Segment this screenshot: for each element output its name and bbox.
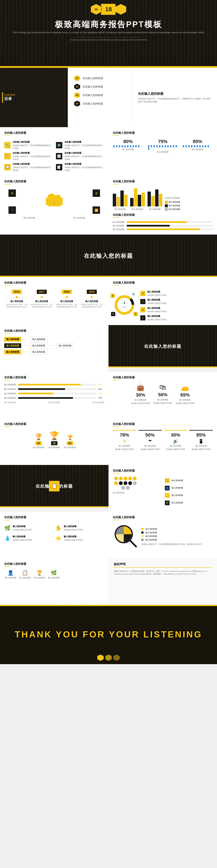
legend-row-1: 输入您的标题 — [165, 201, 213, 204]
photo-banner-1: 在此输入您的标题 — [0, 235, 217, 277]
s3l-row4: ⚙️ 在此输入您的标题 在此输入您的文字，可以直接复制粘贴您的文字内容 — [56, 141, 104, 150]
timeline-2019-content: 输入您的标题 在此输入您的文字内容，可以直接复制粘贴您的文字内容 — [79, 298, 104, 308]
org-tree: 🔧 输入您的标题 👥 输入您的标题 ⭐ 输入您的标题 🌿 输入您的标题 — [165, 476, 213, 505]
row-6: 在此输入您的标题 输入您的标题 输入您的标题 输入您的标题 输入您的标题 输入您… — [0, 325, 217, 372]
s10r-item4: 输入您的标题 — [141, 538, 213, 541]
s3r-title: 在此输入您的标题 — [113, 131, 213, 137]
s4l-labels: 输入您的标题 输入您的标题 — [4, 216, 104, 220]
step-box-2: 输入您的标题 — [4, 343, 21, 348]
bar-3b — [151, 196, 155, 207]
content-bracket — [2, 92, 3, 103]
svg-line-5 — [130, 540, 136, 547]
year-hex-right — [116, 4, 126, 14]
step-2: 2 — [111, 294, 115, 298]
row-3: 在此输入您的标题 🔧 在此输入您的标题 在此输入您的文字，可以直接复制粘贴您的文… — [0, 127, 217, 176]
s11l-icons: 👤 输入您的标题 📋 输入您的标题 🏆 输入您的标题 🌿 输入您的标题 — [4, 570, 104, 579]
bottom-accent-bar — [0, 66, 217, 68]
svg-text:1: 1 — [124, 301, 125, 305]
drop-7 — [119, 481, 123, 485]
s5r-title: 在此输入您的标题 — [113, 281, 213, 286]
slide-main-title: 极致高端商务报告PPT模板 — [0, 19, 217, 30]
contents-right-panel: 在此输入您的标题 在此处输入您的文字，可以直接复制粘贴您的文字，并调整字体大小与… — [132, 68, 217, 127]
droplet-grid — [113, 476, 138, 490]
slide-6-left: 在此输入您的标题 输入您的标题 输入您的标题 输入您的标题 输入您的标题 输入您… — [0, 325, 108, 372]
timeline-2019: 2019 输入您的标题 在此输入您的文字内容，可以直接复制粘贴您的文字内容 — [79, 290, 104, 308]
bar-1a — [113, 194, 116, 207]
icon-gear-box: ⚙️ — [56, 142, 62, 148]
pct-icon-30: 🔊 — [165, 439, 186, 444]
trophy-2: 🏆 02 输入您的标题 — [49, 431, 60, 449]
menu-item-2: 02 在此输入您的标题 — [74, 84, 126, 90]
icon-hand-1: ✋ — [55, 525, 62, 531]
satellite-gear: ⚙ — [8, 189, 16, 197]
s11l-title: 在此输入您的标题 — [4, 562, 104, 568]
photo-half-icon-2: 📋 — [49, 481, 60, 491]
trophy-num-3: 03 — [67, 441, 73, 445]
s10l-g3: 💧 输入您的标题 在此输入您的文字内容 — [4, 535, 53, 541]
menu-item-4: 04 在此输入您的标题 — [74, 101, 126, 106]
s8r-icon-pcts: 78% ⚙ 输入您的标题 在此输入您的文字内容 50% ☂ 输入您的标题 在此输… — [113, 430, 213, 453]
pct-icon-78: ⚙ — [115, 439, 134, 444]
s10l-title: 在此输入您的标题 — [4, 516, 104, 521]
s3r-pct-row: 80% 👤👤👤👤 👤👤👤👤 👤👤 输入您的标题 75% 👤👤👤👤 👤👤👤👤 👤👤… — [113, 139, 213, 154]
icon-star-1: ⭐ — [55, 535, 62, 541]
icon-bag-1: 👜 — [131, 383, 150, 392]
slide-10-right: 在此输入您的标题 输入您的 — [108, 512, 217, 558]
org-item-4: 🌿 输入您的标题 — [165, 500, 213, 505]
slide-thankyou: THANK YOU FOR YOUR LISTENING — [0, 605, 217, 664]
timeline-2016: 2016 输入您的标题 在此输入您的文字内容，可以直接复制粘贴您的文字内容 — [4, 290, 29, 308]
s9r-title: 在此输入您的标题 — [113, 469, 213, 474]
thankyou-hex-row — [97, 655, 120, 661]
slide-8-left: 在此输入您的标题 🏆 01 输入您的标题 🏆 02 输入您的标题 🏆 03 输入… — [0, 418, 108, 465]
pct-item-78: 78% ⚙ 输入您的标题 在此输入您的文字内容 — [113, 430, 136, 453]
slide-3-left: 在此输入您的标题 🔧 在此输入您的标题 在此输入您的文字，可以直接复制粘贴您的文… — [0, 127, 108, 176]
bar-group-2: 输入您的标题 — [130, 187, 145, 211]
s11l-icon-3: 🏆 输入您的标题 — [33, 570, 46, 579]
drop-4 — [128, 476, 132, 480]
pct-icon-85: 📱 — [191, 439, 211, 444]
cloud-upload-icon: ↑ — [53, 202, 55, 205]
menu-list: 01 在此输入您的标题 02 在此输入您的标题 03 在此输入您的标题 04 在… — [74, 75, 126, 106]
contents-menu: 01 在此输入您的标题 02 在此输入您的标题 03 在此输入您的标题 04 在… — [68, 68, 132, 127]
photo-half-text-1: 在此输入您的标题 — [144, 343, 181, 349]
step-row-1: 输入您的标题 输入您的标题 — [4, 337, 104, 342]
timeline-2017: 2017 输入您的标题 在此输入您的文字内容，可以直接复制粘贴您的文字内容 — [29, 290, 54, 308]
year-2019: 2019 — [87, 290, 97, 294]
s3l-row3: 💬 在此输入您的标题 在此输入您的文字，可以直接复制粘贴您的文字内容 — [4, 162, 53, 172]
drop-5 — [133, 476, 137, 480]
wheel-svg — [113, 523, 138, 549]
s5r-item1: 1 输入您的标题 在此输入您的文字内容 — [140, 290, 213, 297]
ty-hex-3 — [113, 655, 120, 661]
s4r-hbars: 在此输入您的标题 输入您的标题 输入您的标题 输入您的标题 — [113, 213, 213, 231]
icon-bag-3: 👝 — [176, 383, 194, 392]
drop-3 — [124, 476, 127, 480]
hbar-track-2 — [127, 225, 213, 226]
thankyou-text: THANK YOU FOR YOUR LISTENING — [14, 629, 202, 640]
ty-hex-2 — [105, 655, 112, 661]
s10r-content: 输入您的标题 输入您的标题 输入您的标题 输入您的标题 在此输入您的文字，可以直… — [113, 523, 213, 549]
timeline: 2016 输入您的标题 在此输入您的文字内容，可以直接复制粘贴您的文字内容 20… — [4, 290, 104, 308]
hbar-fill-3 — [127, 228, 200, 230]
timeline-2017-content: 输入您的标题 在此输入您的文字内容，可以直接复制粘贴您的文字内容 — [29, 298, 54, 308]
org-item-3: ⭐ 输入您的标题 — [165, 493, 213, 498]
pct-group-80: 80% 👤👤👤👤 👤👤👤👤 👤👤 输入您的标题 — [113, 139, 143, 154]
satellite-wifi: 📶 — [93, 207, 100, 214]
row-4: 在此输入您的标题 ↑ ⚙ 🖥 📱 📶 输入您的标题 输入您的标题 — [0, 176, 217, 235]
s7l-hbars: 输入您的标题 80% 输入您的标题 60% 输入您的标题 45% — [4, 383, 104, 399]
drop-11 — [121, 486, 125, 490]
slide-9-right: 在此输入您的标题 输入您的标题 — [108, 465, 217, 512]
row-5: 在此输入您的标题 2016 输入您的标题 在此输入您的文字内容，可以直接复制粘贴… — [0, 277, 217, 325]
circle-svg: 1 STEP — [113, 293, 136, 317]
bar-3c — [155, 189, 158, 207]
bar-1b — [117, 197, 120, 207]
menu-item-1: 01 在此输入您的标题 — [74, 75, 126, 81]
trophy-num-1: 01 — [35, 441, 42, 445]
s10r-item2: 输入您的标题 — [141, 531, 213, 534]
pct-item-85: 85% 📱 输入您的标题 在此输入您的文字内容 — [189, 430, 213, 453]
content-label-en: CONTENT — [4, 94, 16, 96]
year-2017: 2017 — [37, 290, 47, 294]
year-2018: 2018 — [62, 290, 72, 294]
hbar-2: 输入您的标题 — [113, 224, 213, 227]
step-row-3: 输入您的标题 输入您的标题 — [4, 349, 104, 354]
s3l-text1: 在此输入您的标题 在此输入您的文字，可以直接复制粘贴您的文字内容 — [13, 141, 53, 150]
